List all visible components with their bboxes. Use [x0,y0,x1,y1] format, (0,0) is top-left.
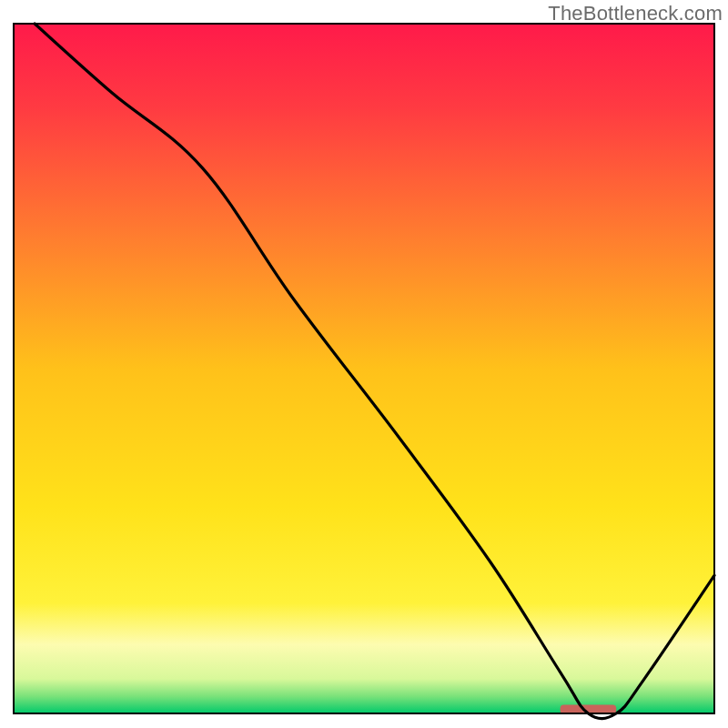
chart-overlay [0,0,728,728]
chart-canvas: TheBottleneck.com [0,0,728,728]
chart-curve [35,24,714,719]
plot-border [14,24,714,713]
watermark-text: TheBottleneck.com [548,2,723,25]
